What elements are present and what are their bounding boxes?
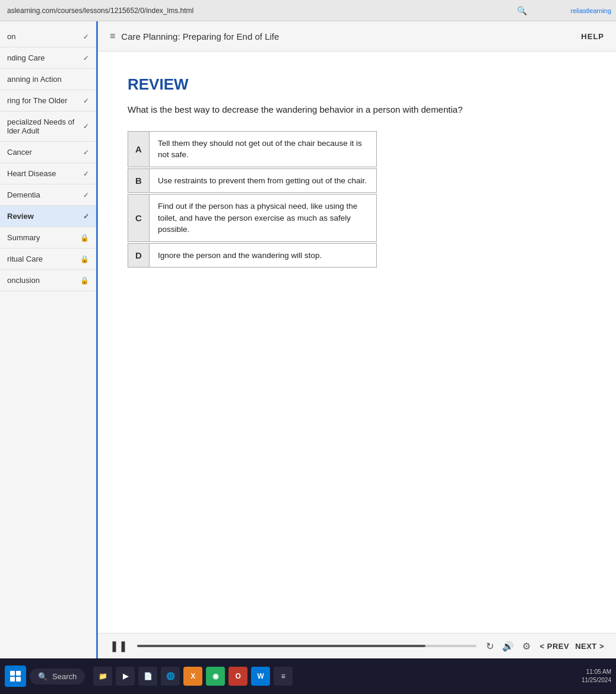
taskbar-icon-app8[interactable]: ≡ bbox=[274, 667, 293, 686]
taskbar-search[interactable]: 🔍 Search bbox=[30, 668, 85, 685]
sidebar-item-ring-for-older[interactable]: ring for The Older ✓ bbox=[0, 90, 96, 112]
answer-option-d[interactable]: D Ignore the person and the wandering wi… bbox=[128, 243, 377, 268]
sidebar-item-label: ritual Care bbox=[7, 254, 43, 263]
sidebar-item-label: ring for The Older bbox=[7, 96, 68, 105]
answer-letter-c: C bbox=[128, 195, 150, 241]
answer-letter-d: D bbox=[128, 244, 150, 268]
check-icon: ✓ bbox=[83, 212, 89, 221]
sidebar-item-summary[interactable]: Summary 🔒 bbox=[0, 227, 96, 249]
sidebar-item-heart[interactable]: Heart Disease ✓ bbox=[0, 163, 96, 184]
answer-letter-a: A bbox=[128, 132, 150, 167]
answer-option-b[interactable]: B Use restraints to prevent them from ge… bbox=[128, 168, 377, 193]
check-icon: ✓ bbox=[83, 54, 89, 62]
sidebar-item-cancer[interactable]: Cancer ✓ bbox=[0, 142, 96, 163]
answer-option-a[interactable]: A Tell them they should not get out of t… bbox=[128, 131, 377, 167]
answer-letter-b: B bbox=[128, 169, 150, 193]
start-button[interactable] bbox=[5, 666, 26, 687]
reliaslearning-link[interactable]: reliastlearning bbox=[571, 7, 611, 14]
taskbar-search-icon: 🔍 bbox=[38, 672, 47, 681]
taskbar-icon-app5[interactable]: ◉ bbox=[206, 667, 225, 686]
check-icon: ✓ bbox=[83, 191, 89, 199]
answer-text-a: Tell them they should not get out of the… bbox=[150, 132, 376, 167]
pause-button[interactable]: ❚❚ bbox=[110, 639, 128, 652]
hamburger-icon[interactable]: ≡ bbox=[110, 31, 115, 42]
sidebar-item-label: Heart Disease bbox=[7, 169, 56, 178]
taskbar-icon-app1[interactable]: ▶ bbox=[116, 667, 135, 686]
taskbar-icon-app3[interactable]: 🌐 bbox=[161, 667, 180, 686]
browser-bar: aslearning.com/courses/lessons/1215652/0… bbox=[0, 0, 616, 21]
check-icon: ✓ bbox=[83, 97, 89, 105]
check-icon: ✓ bbox=[83, 33, 89, 41]
answer-option-c[interactable]: C Find out if the person has a physical … bbox=[128, 194, 377, 242]
sidebar-item-label: nding Care bbox=[7, 53, 45, 62]
top-bar: ≡ Care Planning: Preparing for End of Li… bbox=[98, 21, 616, 52]
help-button[interactable]: HELP bbox=[581, 32, 604, 41]
prev-button[interactable]: < PREV bbox=[540, 642, 570, 651]
sidebar: on ✓ nding Care ✓ anning in Action ring … bbox=[0, 21, 98, 658]
progress-bar-fill bbox=[137, 645, 426, 647]
volume-icon[interactable]: 🔊 bbox=[502, 641, 514, 652]
sidebar-item-label: anning in Action bbox=[7, 75, 62, 84]
refresh-icon[interactable]: ↻ bbox=[486, 641, 494, 652]
taskbar-right: 11:05 AM 11/25/2024 bbox=[582, 668, 611, 685]
sidebar-item-label: on bbox=[7, 32, 15, 41]
taskbar-icon-app4[interactable]: X bbox=[183, 667, 202, 686]
sidebar-item-label: Dementia bbox=[7, 190, 40, 199]
sidebar-item-dementia[interactable]: Dementia ✓ bbox=[0, 184, 96, 206]
lock-icon: 🔒 bbox=[80, 234, 89, 242]
next-button[interactable]: NEXT > bbox=[575, 642, 604, 651]
bottom-bar: ❚❚ ↻ 🔊 ⚙ < PREV NEXT > bbox=[98, 633, 616, 658]
sidebar-item-label: onclusion bbox=[7, 276, 40, 285]
taskbar-icon-file[interactable]: 📁 bbox=[93, 667, 112, 686]
progress-bar bbox=[137, 645, 477, 647]
check-icon: ✓ bbox=[83, 148, 89, 157]
taskbar-icon-app2[interactable]: 📄 bbox=[138, 667, 157, 686]
sidebar-item-ritual[interactable]: ritual Care 🔒 bbox=[0, 249, 96, 270]
taskbar: 🔍 Search 📁 ▶ 📄 🌐 X ◉ O W ≡ 11:05 AM 11/2… bbox=[0, 658, 616, 694]
taskbar-icon-app6[interactable]: O bbox=[228, 667, 247, 686]
taskbar-search-text: Search bbox=[52, 672, 77, 681]
browser-search-icon[interactable]: 🔍 bbox=[517, 6, 527, 15]
lock-icon: 🔒 bbox=[80, 276, 89, 285]
course-title: Care Planning: Preparing for End of Life bbox=[121, 31, 279, 42]
lock-icon: 🔒 bbox=[80, 255, 89, 263]
sidebar-item-label: Cancer bbox=[7, 148, 32, 157]
sidebar-item-conclusion[interactable]: onclusion 🔒 bbox=[0, 270, 96, 291]
sidebar-item-label: Summary bbox=[7, 233, 40, 242]
sidebar-item-on[interactable]: on ✓ bbox=[0, 26, 96, 47]
review-title: REVIEW bbox=[128, 75, 586, 94]
bottom-icons: ↻ 🔊 ⚙ bbox=[486, 641, 531, 652]
answer-text-c: Find out if the person has a physical ne… bbox=[150, 195, 376, 241]
content-area: ≡ Care Planning: Preparing for End of Li… bbox=[98, 21, 616, 658]
settings-icon[interactable]: ⚙ bbox=[522, 641, 531, 652]
check-icon: ✓ bbox=[83, 122, 89, 130]
sidebar-item-label: pecialized Needs oflder Adult bbox=[7, 117, 74, 135]
taskbar-icon-app7[interactable]: W bbox=[251, 667, 270, 686]
taskbar-app-icons: 📁 ▶ 📄 🌐 X ◉ O W ≡ bbox=[93, 667, 293, 686]
taskbar-time: 11:05 AM 11/25/2024 bbox=[582, 668, 611, 685]
main-wrapper: on ✓ nding Care ✓ anning in Action ring … bbox=[0, 21, 616, 658]
windows-logo bbox=[10, 671, 21, 682]
sidebar-item-label: Review bbox=[7, 212, 34, 221]
sidebar-item-pecialized[interactable]: pecialized Needs oflder Adult ✓ bbox=[0, 112, 96, 142]
sidebar-item-anning-in-action[interactable]: anning in Action bbox=[0, 69, 96, 90]
answer-options: A Tell them they should not get out of t… bbox=[128, 131, 377, 268]
sidebar-item-review[interactable]: Review ✓ bbox=[0, 206, 96, 227]
check-icon: ✓ bbox=[83, 170, 89, 178]
quiz-content: REVIEW What is the best way to decrease … bbox=[98, 52, 616, 633]
answer-text-d: Ignore the person and the wandering will… bbox=[150, 244, 330, 268]
answer-text-b: Use restraints to prevent them from gett… bbox=[150, 169, 375, 193]
sidebar-item-nding-care[interactable]: nding Care ✓ bbox=[0, 47, 96, 69]
question-text: What is the best way to decrease the wan… bbox=[128, 103, 586, 117]
nav-buttons: < PREV NEXT > bbox=[540, 642, 604, 651]
menu-title: ≡ Care Planning: Preparing for End of Li… bbox=[110, 31, 279, 42]
